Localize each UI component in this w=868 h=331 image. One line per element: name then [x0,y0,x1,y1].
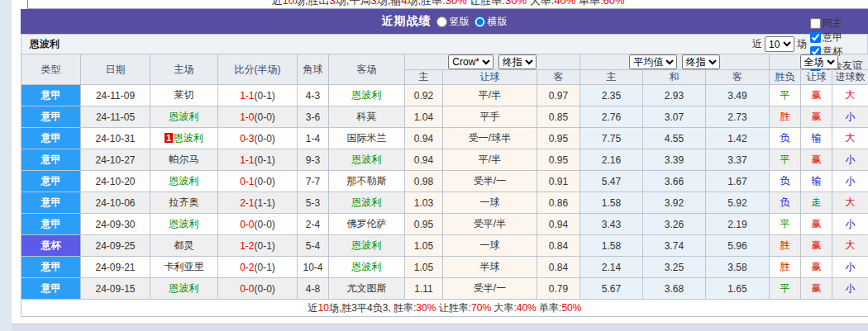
avg-home-odds: 5.47 [580,171,643,192]
handicap-result-cell: 赢 [801,106,832,128]
checkbox-icon[interactable] [810,18,821,29]
date-cell: 24-09-21 [81,257,150,278]
avg-draw-odds: 3.39 [643,149,706,171]
stat-segment: 30% [505,0,527,7]
home-team-cell[interactable]: 1恩波利 [150,128,218,149]
date-cell: 24-10-31 [81,128,150,149]
home-team-cell[interactable]: 卡利亚里 [150,257,218,278]
corner-cell: 9-3 [298,149,329,171]
match-count-select[interactable]: 10 [765,36,794,52]
away-team-cell[interactable]: 恩波利 [329,149,405,171]
avg-away-odds: 5.96 [706,235,770,257]
bookmaker-select[interactable]: Crow* [448,54,494,69]
handicap-result-cell: 赢 [801,235,832,257]
home-team-cell[interactable]: 恩波利 [150,106,218,128]
crown-home-odds: 1.05 [405,257,443,278]
layout-radio-vertical[interactable]: 竖版 [436,15,470,29]
avg-draw-odds: 2.93 [643,85,706,106]
final-index-select-1[interactable]: 终指 [498,54,537,69]
filter-checkbox-意甲[interactable]: 意甲 [809,31,862,45]
crown-home-odds: 0.94 [405,149,443,171]
crown-away-odds: 0.94 [537,214,580,235]
stat-segment: 大率: [527,0,554,7]
crown-home-odds: 1.03 [405,192,443,214]
corner-cell: 5-3 [298,192,329,214]
home-team-cell[interactable]: 都灵 [150,235,218,257]
stat-segment: 30% [416,302,436,314]
avg-away-odds: 3.58 [706,257,770,278]
handicap-cell: 平/半 [443,85,537,106]
match-rows: 意甲24-11-09莱切1-1(0-1)4-3恩波利0.92平/半0.972.3… [21,85,868,300]
horizontal-radio-icon[interactable] [475,17,485,27]
result-cell: 平 [770,149,801,171]
result-cell: 平 [770,278,801,300]
result-cell: 负 [770,171,801,192]
league-cell: 意甲 [21,85,81,106]
final-index-select-2[interactable]: 终指 [682,54,720,69]
goals-result-cell: 大 [832,192,868,214]
away-team-cell[interactable]: 佛罗伦萨 [329,214,405,235]
stat-segment: 30% [446,0,467,7]
match-row: 意甲24-10-311恩波利0-3(0-0)1-4国际米兰0.94受一/球半0.… [21,128,868,149]
away-team-cell[interactable]: 恩波利 [329,235,405,257]
col-goals: 进球数 [832,70,868,85]
match-row: 意甲24-09-15恩波利0-0(0-0)4-8尤文图斯1.11受半/一0.79… [21,278,868,300]
corner-cell: 7-7 [298,171,329,192]
average-select[interactable]: 平均值 [629,54,677,69]
avg-home-odds: 2.76 [580,106,643,128]
result-cell: 负 [770,128,801,149]
crown-away-odds: 0.85 [537,106,580,128]
goals-result-cell: 大 [832,128,868,149]
checkbox-icon[interactable] [810,32,821,43]
home-team-cell[interactable]: 莱切 [150,85,218,106]
avg-away-odds: 2.19 [706,214,770,235]
filter-checkbox-同主[interactable]: 同主 [809,17,862,31]
crown-home-odds: 0.92 [405,85,443,106]
crown-home-odds: 0.94 [405,128,443,149]
handicap-cell: 受一/球半 [443,128,537,149]
home-team-cell[interactable]: 恩波利 [150,278,218,300]
stat-segment: 让胜率: [436,302,471,314]
stat-segment: 10 [282,0,293,7]
avg-draw-odds: 3.92 [643,192,706,214]
away-team-cell[interactable]: 那不勒斯 [329,171,405,192]
crown-home-odds: 1.05 [405,235,443,257]
result-cell: 胜 [770,235,801,257]
layout-radio-horizontal[interactable]: 横版 [475,15,508,29]
away-team-cell[interactable]: 恩波利 [329,85,405,106]
handicap-cell: 受半/一 [443,278,537,300]
home-team-cell[interactable]: 恩波利 [150,171,218,192]
corner-cell: 2-4 [298,214,329,235]
stat-segment: 大率: [491,302,517,314]
home-team-cell[interactable]: 帕尔马 [150,149,218,171]
handicap-cell: 一球 [443,235,537,257]
crown-home-odds: 0.98 [405,171,443,192]
avg-draw-odds: 3.25 [643,257,706,278]
avg-home-odds: 2.14 [580,257,643,278]
rank-badge: 1 [165,133,173,143]
result-cell: 平 [770,214,801,235]
away-team-cell[interactable]: 恩波利 [329,192,405,214]
near-label: 近 [752,37,762,51]
handicap-cell: 受半/一 [443,171,537,192]
col-crown-handicap: 让球 [443,70,537,85]
recent-matches-table: 类型 日期 主场 比分(半场) 角球 客场 Crow* 终指 平均值 终指 全场 [21,54,868,317]
stat-segment: 60% [603,0,625,7]
stat-segment: 近 [271,0,282,7]
score-cell: 1-2(0-1) [218,235,298,257]
away-team-cell[interactable]: 恩波利 [329,257,405,278]
fulltime-select[interactable]: 全场 [800,54,838,69]
score-cell: 0-0(0-0) [218,278,298,300]
away-team-cell[interactable]: 科莫 [329,106,405,128]
home-team-cell[interactable]: 恩波利 [150,214,218,235]
clipped-stats-text: 近10场,胜出3场,平局3场,输4场,胜率:30% 让胜率:30% 大率:40%… [28,0,868,8]
col-away: 客场 [329,54,405,85]
away-team-cell[interactable]: 尤文图斯 [329,278,405,300]
score-cell: 0-0(0-0) [218,214,298,235]
away-team-cell[interactable]: 国际米兰 [329,128,405,149]
crown-away-odds: 0.97 [537,85,580,106]
crown-away-odds: 0.86 [537,192,580,214]
vertical-radio-icon[interactable] [436,17,447,27]
stat-segment: 单率: [575,0,603,7]
home-team-cell[interactable]: 拉齐奥 [150,192,218,214]
